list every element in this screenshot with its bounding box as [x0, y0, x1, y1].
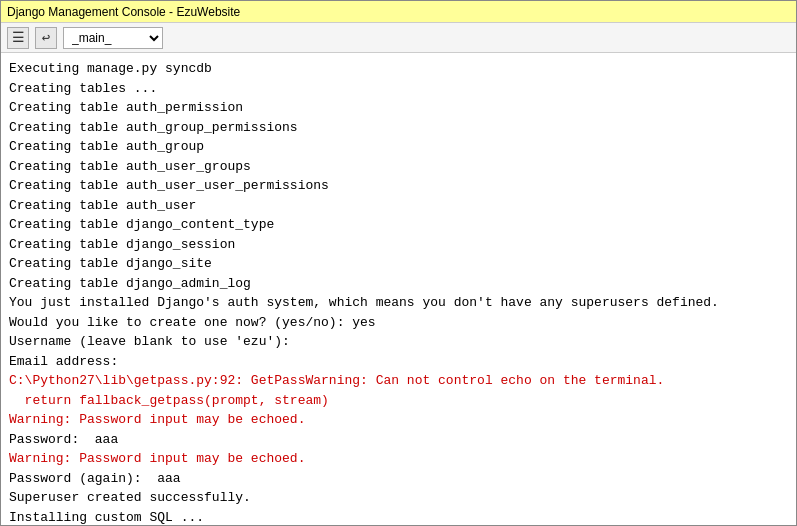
- console-line: You just installed Django's auth system,…: [9, 293, 788, 313]
- console-line: Creating table auth_group_permissions: [9, 118, 788, 138]
- console-line: Warning: Password input may be echoed.: [9, 410, 788, 430]
- console-line: Creating table django_site: [9, 254, 788, 274]
- console-line: Password (again): aaa: [9, 469, 788, 489]
- console-line: Creating table auth_user_groups: [9, 157, 788, 177]
- console-line: Installing custom SQL ...: [9, 508, 788, 526]
- main-window: Django Management Console - EzuWebsite ☰…: [0, 0, 797, 526]
- console-line: Creating table auth_permission: [9, 98, 788, 118]
- console-line: return fallback_getpass(prompt, stream): [9, 391, 788, 411]
- console-line: Executing manage.py syncdb: [9, 59, 788, 79]
- console-line: Would you like to create one now? (yes/n…: [9, 313, 788, 333]
- console-line: Password: aaa: [9, 430, 788, 450]
- console-line: Creating table auth_user_user_permission…: [9, 176, 788, 196]
- title-text: Django Management Console - EzuWebsite: [7, 5, 240, 19]
- module-dropdown[interactable]: _main_: [63, 27, 163, 49]
- console-line: Creating table django_session: [9, 235, 788, 255]
- console-line: Creating tables ...: [9, 79, 788, 99]
- console-line: Creating table auth_user: [9, 196, 788, 216]
- console-line: Email address:: [9, 352, 788, 372]
- console-line: C:\Python27\lib\getpass.py:92: GetPassWa…: [9, 371, 788, 391]
- console-line: Username (leave blank to use 'ezu'):: [9, 332, 788, 352]
- menu-icon[interactable]: ☰: [7, 27, 29, 49]
- console-output: Executing manage.py syncdbCreating table…: [1, 53, 796, 525]
- console-line: Superuser created successfully.: [9, 488, 788, 508]
- toolbar: ☰ ↩ _main_: [1, 23, 796, 53]
- title-bar: Django Management Console - EzuWebsite: [1, 1, 796, 23]
- console-line: Warning: Password input may be echoed.: [9, 449, 788, 469]
- console-line: Creating table django_admin_log: [9, 274, 788, 294]
- console-line: Creating table auth_group: [9, 137, 788, 157]
- undo-icon[interactable]: ↩: [35, 27, 57, 49]
- console-line: Creating table django_content_type: [9, 215, 788, 235]
